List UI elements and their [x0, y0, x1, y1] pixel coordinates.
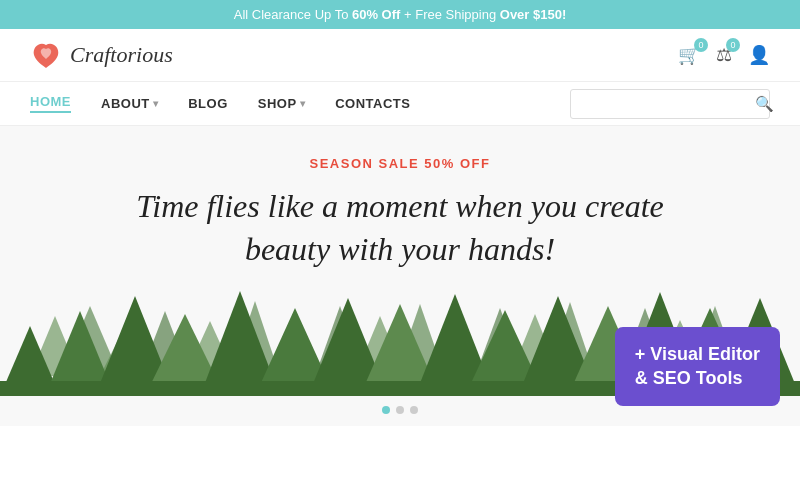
nav-items: HOME ABOUT ▾ BLOG SHOP ▾ CONTACTS: [30, 94, 570, 113]
dot-2[interactable]: [396, 406, 404, 414]
banner-text: All Clearance Up To 60% Off + Free Shipp…: [234, 7, 567, 22]
nav-item-contacts[interactable]: CONTACTS: [335, 96, 410, 111]
hero-title: Time flies like a moment when you create…: [90, 185, 710, 271]
header-icons: 🛒 0 ⚖ 0 👤: [678, 44, 770, 66]
nav-label-home: HOME: [30, 94, 71, 109]
logo[interactable]: Craftorious: [30, 39, 173, 71]
nav-arrow-about: ▾: [153, 98, 159, 109]
nav-item-blog[interactable]: BLOG: [188, 96, 228, 111]
badge-line1: + Visual Editor: [635, 344, 760, 364]
header: Craftorious 🛒 0 ⚖ 0 👤: [0, 29, 800, 82]
banner-bold2: Over $150!: [500, 7, 567, 22]
logo-text: Craftorious: [70, 42, 173, 68]
nav-label-contacts: CONTACTS: [335, 96, 410, 111]
nav-label-shop: SHOP: [258, 96, 297, 111]
nav-item-shop[interactable]: SHOP ▾: [258, 96, 305, 111]
dot-3[interactable]: [410, 406, 418, 414]
banner-bold1: 60% Off: [352, 7, 400, 22]
cart-button[interactable]: 🛒 0: [678, 44, 700, 66]
nav-arrow-shop: ▾: [300, 98, 306, 109]
search-input[interactable]: [581, 96, 749, 111]
compare-button[interactable]: ⚖ 0: [716, 44, 732, 66]
nav-label-blog: BLOG: [188, 96, 228, 111]
season-label: SEASON SALE 50% OFF: [310, 156, 491, 171]
top-banner: All Clearance Up To 60% Off + Free Shipp…: [0, 0, 800, 29]
carousel-dots: [382, 406, 418, 414]
badge-line2: & SEO Tools: [635, 368, 743, 388]
search-box[interactable]: 🔍: [570, 89, 770, 119]
nav-label-about: ABOUT: [101, 96, 150, 111]
logo-icon: [30, 39, 62, 71]
navigation: HOME ABOUT ▾ BLOG SHOP ▾ CONTACTS 🔍: [0, 82, 800, 126]
hero-section: SEASON SALE 50% OFF Time flies like a mo…: [0, 126, 800, 426]
dot-1[interactable]: [382, 406, 390, 414]
visual-editor-badge: + Visual Editor & SEO Tools: [615, 327, 780, 406]
search-icon[interactable]: 🔍: [755, 95, 774, 113]
nav-item-home[interactable]: HOME: [30, 94, 71, 113]
user-icon: 👤: [748, 45, 770, 65]
compare-badge: 0: [726, 38, 740, 52]
cart-badge: 0: [694, 38, 708, 52]
user-button[interactable]: 👤: [748, 44, 770, 66]
nav-item-about[interactable]: ABOUT ▾: [101, 96, 158, 111]
